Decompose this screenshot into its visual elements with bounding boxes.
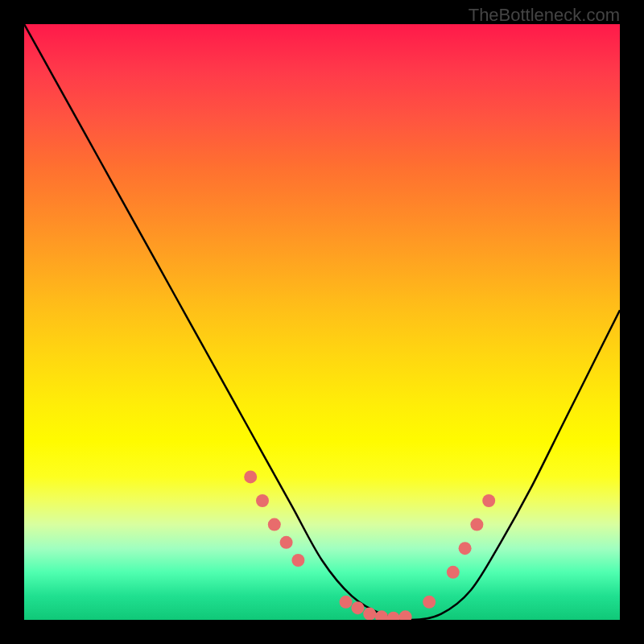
curve-svg bbox=[24, 24, 620, 620]
bottleneck-curve-line bbox=[24, 24, 620, 620]
marker-point bbox=[387, 612, 400, 620]
marker-point bbox=[256, 494, 269, 507]
marker-point bbox=[399, 610, 412, 620]
plot-area bbox=[24, 24, 620, 620]
marker-point bbox=[291, 554, 304, 567]
marker-point bbox=[459, 542, 472, 555]
highlighted-points-group bbox=[244, 470, 495, 620]
chart-container: TheBottleneck.com bbox=[0, 0, 644, 644]
marker-point bbox=[470, 518, 483, 531]
marker-point bbox=[244, 470, 257, 483]
marker-point bbox=[363, 608, 376, 620]
marker-point bbox=[268, 518, 281, 531]
marker-point bbox=[482, 494, 495, 507]
marker-point bbox=[340, 596, 353, 609]
watermark-text: TheBottleneck.com bbox=[469, 5, 620, 26]
marker-point bbox=[423, 596, 436, 609]
marker-point bbox=[280, 536, 293, 549]
marker-point bbox=[351, 601, 364, 614]
marker-point bbox=[447, 566, 460, 579]
